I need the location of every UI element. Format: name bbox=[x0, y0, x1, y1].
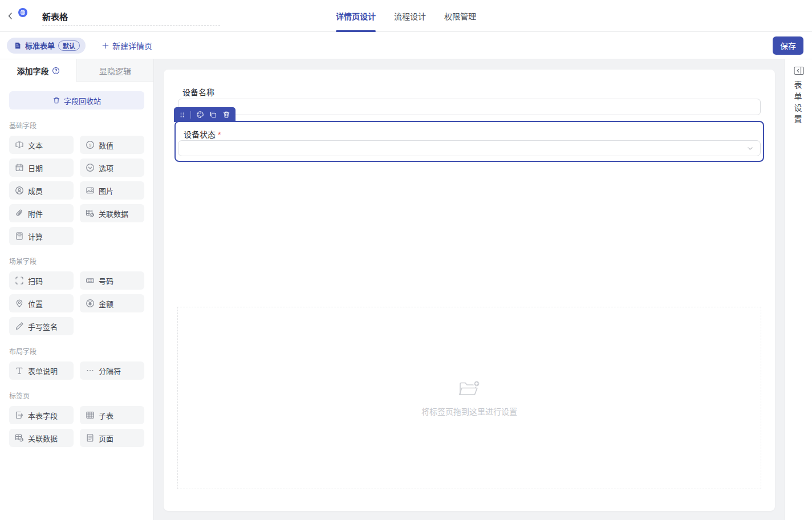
page-title[interactable]: 新表格 bbox=[42, 12, 68, 22]
app-table-icon[interactable] bbox=[18, 8, 34, 24]
field-item-text[interactable]: 文本 bbox=[9, 136, 74, 154]
duplicate-icon[interactable] bbox=[209, 111, 217, 119]
member-icon bbox=[15, 186, 24, 195]
form-designer-page: 新表格 详情页设计 流程设计 权限管理 标准表单 默认 新建详情页 保存 添加字… bbox=[0, 0, 812, 520]
trash-icon bbox=[52, 96, 60, 104]
form-card: 设备名称 设备状态* bbox=[164, 70, 775, 511]
paperclip-icon bbox=[15, 209, 24, 218]
field-item-this-table-fields[interactable]: 本表字段 bbox=[9, 406, 74, 424]
panel-collapse-icon[interactable] bbox=[794, 66, 804, 75]
field-item-label: 关联数据 bbox=[28, 433, 58, 444]
scan-icon bbox=[15, 276, 24, 285]
field-item-signature[interactable]: 手写签名 bbox=[9, 317, 74, 335]
default-badge: 默认 bbox=[58, 40, 80, 51]
save-button[interactable]: 保存 bbox=[773, 36, 803, 55]
form-doc-icon bbox=[14, 42, 22, 50]
trash-glyph-icon bbox=[222, 111, 230, 119]
sidebar-tab-label: 添加字段 bbox=[17, 65, 49, 76]
design-canvas: 设备名称 设备状态* bbox=[154, 59, 785, 520]
field-item-money[interactable]: 金额 bbox=[80, 294, 144, 312]
plus-icon bbox=[102, 42, 109, 50]
copy-glyph-icon bbox=[209, 111, 217, 119]
question-circle-icon[interactable] bbox=[52, 67, 60, 75]
field-item-image[interactable]: 图片 bbox=[80, 181, 144, 200]
field-item-label: 位置 bbox=[28, 298, 43, 309]
tab-page-dropzone[interactable]: 将标签页拖到这里进行设置 bbox=[177, 307, 761, 489]
svg-text:123: 123 bbox=[88, 279, 92, 282]
field-item-calculation[interactable]: 计算 bbox=[9, 227, 74, 245]
ellipsis-icon bbox=[86, 366, 95, 375]
field-item-label: 本表字段 bbox=[28, 410, 58, 421]
field-item-scan[interactable]: 扫码 bbox=[9, 271, 74, 290]
palette-icon[interactable] bbox=[196, 111, 204, 119]
device-name-input[interactable] bbox=[178, 99, 761, 115]
number-circle-icon: 9 bbox=[86, 140, 95, 149]
field-label-device-name: 设备名称 bbox=[182, 86, 214, 98]
field-item-label: 成员 bbox=[28, 185, 43, 196]
field-item-page[interactable]: 页面 bbox=[80, 429, 144, 447]
field-item-date[interactable]: 1日期 bbox=[9, 159, 74, 177]
field-item-member[interactable]: 成员 bbox=[9, 181, 74, 200]
sidebar-tab-add-field[interactable]: 添加字段 bbox=[0, 59, 76, 82]
toolbar-divider bbox=[190, 111, 191, 119]
field-item-label: 选项 bbox=[99, 162, 113, 173]
field-item-label: 计算 bbox=[28, 231, 43, 242]
field-item-attachment[interactable]: 附件 bbox=[9, 204, 74, 222]
drag-dots-icon bbox=[179, 111, 185, 119]
drag-handle-icon[interactable] bbox=[179, 111, 185, 119]
field-item-number-plate[interactable]: 123号码 bbox=[80, 271, 144, 290]
field-item-divider[interactable]: 分隔符 bbox=[80, 361, 144, 380]
tab-flow-design[interactable]: 流程设计 bbox=[394, 0, 426, 32]
tab-permission-management[interactable]: 权限管理 bbox=[444, 0, 476, 32]
field-item-linked-data-tab[interactable]: 关联数据 bbox=[9, 429, 74, 447]
option-circle-icon bbox=[86, 163, 95, 172]
sidebar-tab-visibility-logic[interactable]: 显隐逻辑 bbox=[76, 59, 153, 82]
field-item-label: 金额 bbox=[99, 298, 113, 309]
tab-detail-page-design[interactable]: 详情页设计 bbox=[336, 0, 376, 32]
form-pill-label: 标准表单 bbox=[25, 40, 55, 51]
form-settings-label[interactable]: 表单设置 bbox=[794, 81, 803, 127]
field-item-label: 页面 bbox=[99, 433, 113, 444]
tab-label: 详情页设计 bbox=[336, 10, 376, 22]
field-item-label: 子表 bbox=[99, 410, 113, 421]
field-palette: 基础字段 文本 9数值 1日期 选项 成员 图片 附件 关联数据 计算 场景字段… bbox=[0, 120, 153, 447]
dropzone-hint-text: 将标签页拖到这里进行设置 bbox=[421, 405, 517, 417]
standard-form-pill[interactable]: 标准表单 默认 bbox=[7, 38, 86, 54]
sidebar-tab-label: 显隐逻辑 bbox=[99, 65, 131, 76]
required-asterisk: * bbox=[218, 130, 221, 139]
delete-icon[interactable] bbox=[222, 111, 230, 119]
field-item-label: 日期 bbox=[28, 162, 43, 173]
subtable-grid-icon bbox=[86, 411, 95, 420]
field-sidebar: 添加字段 显隐逻辑 字段回收站 基础字段 文本 9数值 1日期 选项 成员 bbox=[0, 59, 154, 520]
chevron-down-icon bbox=[746, 145, 754, 152]
field-item-label: 关联数据 bbox=[99, 208, 128, 219]
field-recycle-bin-button[interactable]: 字段回收站 bbox=[9, 91, 144, 109]
new-detail-page-button[interactable]: 新建详情页 bbox=[102, 40, 152, 51]
section-title-tab-page: 标签页 bbox=[9, 391, 144, 400]
field-item-option[interactable]: 选项 bbox=[80, 159, 144, 177]
folder-plus-icon bbox=[458, 379, 481, 399]
device-status-select[interactable] bbox=[178, 140, 761, 156]
tab-label: 流程设计 bbox=[394, 10, 426, 22]
field-item-location[interactable]: 位置 bbox=[9, 294, 74, 312]
top-bar: 新表格 详情页设计 流程设计 权限管理 bbox=[0, 0, 812, 32]
svg-text:1: 1 bbox=[18, 167, 20, 170]
field-item-label: 表单说明 bbox=[28, 365, 58, 376]
field-item-label: 文本 bbox=[28, 140, 43, 151]
title-edit-underline bbox=[42, 25, 220, 26]
field-item-form-note[interactable]: 表单说明 bbox=[9, 361, 74, 380]
svg-text:9: 9 bbox=[89, 143, 91, 148]
field-item-subtable[interactable]: 子表 bbox=[80, 406, 144, 424]
selected-field-device-status[interactable]: 设备状态* bbox=[174, 121, 764, 162]
table-grid-icon bbox=[18, 8, 27, 17]
back-button[interactable] bbox=[5, 10, 16, 22]
money-circle-icon bbox=[86, 299, 95, 308]
calculator-icon bbox=[15, 231, 24, 241]
sidebar-tab-bar: 添加字段 显隐逻辑 bbox=[0, 59, 153, 82]
linked-table-icon bbox=[15, 433, 24, 442]
new-detail-page-label: 新建详情页 bbox=[112, 40, 152, 51]
field-item-number[interactable]: 9数值 bbox=[80, 136, 144, 154]
field-item-linked-data[interactable]: 关联数据 bbox=[80, 204, 144, 222]
field-item-label: 扫码 bbox=[28, 275, 43, 286]
top-tab-bar: 详情页设计 流程设计 权限管理 bbox=[0, 0, 812, 32]
